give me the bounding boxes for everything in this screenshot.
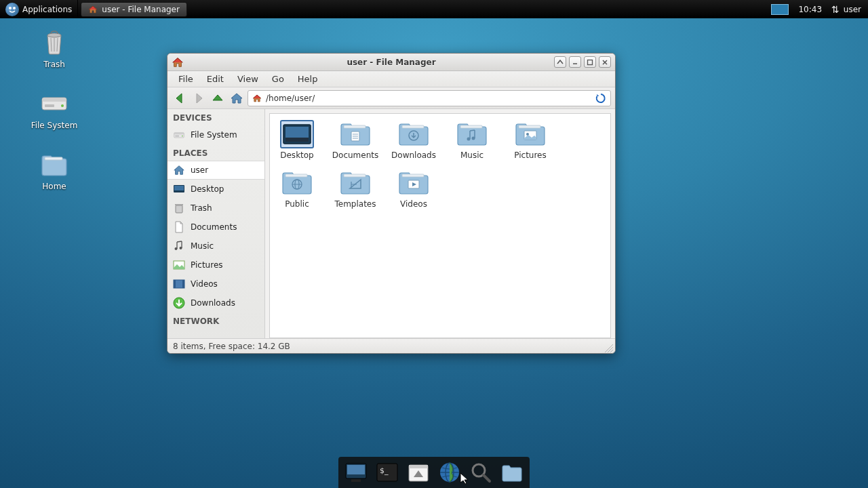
menu-help[interactable]: Help — [291, 72, 325, 86]
user-menu[interactable]: user — [844, 5, 861, 14]
dock-show-desktop[interactable] — [342, 460, 370, 485]
content-pane[interactable]: Desktop Documents Downloads Music Pictur… — [269, 113, 611, 338]
forward-button[interactable] — [191, 90, 207, 106]
dock-folder[interactable] — [498, 460, 526, 485]
folder-icon — [339, 169, 372, 197]
home-button[interactable] — [229, 90, 245, 106]
dock-file-manager[interactable] — [405, 460, 432, 485]
network-icon[interactable]: ⇅ — [831, 4, 840, 15]
desktop-icon-trash[interactable]: Trash — [17, 27, 92, 69]
refresh-icon[interactable] — [595, 93, 606, 104]
arrow-right-icon — [192, 92, 205, 105]
folder-icon — [281, 169, 313, 197]
dock-terminal[interactable] — [374, 460, 401, 485]
desktop-icon-filesystem[interactable]: File System — [17, 88, 92, 130]
globe-icon — [438, 461, 461, 484]
download-icon — [173, 297, 185, 309]
folder-icon — [339, 121, 372, 148]
monitor-icon — [344, 461, 368, 484]
minimize-button[interactable] — [569, 56, 581, 68]
trash-icon — [39, 27, 69, 57]
folder-music[interactable]: Music — [449, 121, 495, 160]
applications-menu[interactable]: Applications — [0, 0, 78, 18]
folder-documents[interactable]: Documents — [332, 121, 378, 160]
desktop-icons: Trash File System Home — [17, 27, 92, 210]
sidebar-header-devices: DEVICES — [167, 109, 264, 125]
menu-file[interactable]: File — [172, 72, 200, 86]
sidebar-item-filesystem[interactable]: File System — [167, 125, 264, 144]
sidebar-item-documents[interactable]: Documents — [167, 218, 264, 237]
document-icon — [173, 221, 185, 233]
music-icon — [173, 240, 185, 252]
folder-icon — [514, 121, 547, 148]
picture-icon — [173, 259, 185, 271]
svg-rect-51 — [588, 60, 593, 64]
search-icon — [469, 461, 492, 484]
folder-icon — [397, 121, 430, 148]
file-manager-icon — [407, 461, 430, 484]
folder-videos[interactable]: Videos — [391, 169, 437, 209]
dock-app-finder[interactable] — [467, 460, 494, 485]
rollup-button[interactable] — [554, 56, 566, 68]
desktop-folder-icon — [281, 121, 313, 148]
window-home-icon — [172, 56, 184, 68]
maximize-button[interactable] — [584, 56, 596, 68]
parent-button[interactable] — [210, 90, 226, 106]
resize-grip-icon[interactable] — [605, 344, 613, 352]
sidebar-item-pictures[interactable]: Pictures — [167, 256, 264, 274]
folder-templates[interactable]: Templates — [332, 169, 378, 209]
folder-icon — [456, 121, 488, 148]
arrow-up-icon — [211, 92, 224, 105]
arrow-left-icon — [173, 92, 186, 105]
desktop-icon — [173, 183, 185, 195]
folder-desktop[interactable]: Desktop — [274, 121, 320, 160]
desktop-icon-home[interactable]: Home — [17, 149, 92, 191]
sidebar-item-desktop[interactable]: Desktop — [167, 180, 264, 199]
sidebar-header-network: NETWORK — [167, 312, 264, 329]
svg-point-49 — [13, 7, 16, 9]
dock-web-browser[interactable] — [436, 460, 463, 485]
terminal-icon — [376, 461, 399, 484]
video-icon — [173, 278, 185, 290]
menu-view[interactable]: View — [231, 72, 265, 86]
xfce-logo-icon — [5, 3, 19, 16]
sidebar-item-user[interactable]: user — [167, 161, 264, 180]
top-panel: Applications user - File Manager 10:43 ⇅… — [0, 0, 868, 18]
menu-go[interactable]: Go — [265, 72, 291, 86]
titlebar[interactable]: user - File Manager — [167, 54, 615, 71]
sidebar: DEVICES File System PLACES user Desktop … — [167, 109, 265, 338]
folder-pictures[interactable]: Pictures — [507, 121, 553, 160]
folder-downloads[interactable]: Downloads — [391, 121, 437, 160]
path-bar[interactable]: /home/user/ — [248, 90, 611, 106]
clock[interactable]: 10:43 — [798, 5, 822, 14]
trash-icon — [173, 202, 185, 214]
sidebar-item-downloads[interactable]: Downloads — [167, 293, 264, 312]
applications-label: Applications — [22, 5, 72, 14]
bottom-dock — [338, 457, 530, 488]
workspace-switcher[interactable] — [771, 4, 789, 15]
sidebar-item-music[interactable]: Music — [167, 237, 264, 256]
toolbar: /home/user/ — [167, 87, 615, 109]
svg-point-48 — [9, 7, 12, 9]
home-icon — [173, 164, 185, 176]
home-icon — [88, 5, 98, 14]
home-blue-icon — [230, 92, 243, 105]
drive-icon — [173, 129, 185, 141]
back-button[interactable] — [172, 90, 188, 106]
drive-icon — [39, 88, 69, 118]
window-title: user - File Manager — [167, 58, 615, 67]
file-manager-window: user - File Manager File Edit View Go He… — [167, 53, 616, 354]
task-title: user - File Manager — [102, 5, 180, 14]
taskbar-item-file-manager[interactable]: user - File Manager — [81, 2, 187, 17]
folder-public[interactable]: Public — [274, 169, 320, 209]
folder-icon — [39, 149, 69, 179]
path-home-icon — [252, 94, 262, 103]
status-text: 8 items, Free space: 14.2 GB — [173, 342, 290, 351]
menu-edit[interactable]: Edit — [200, 72, 231, 86]
sidebar-item-videos[interactable]: Videos — [167, 274, 264, 293]
sidebar-item-trash[interactable]: Trash — [167, 199, 264, 218]
folder-icon — [397, 169, 430, 197]
close-button[interactable] — [599, 56, 611, 68]
statusbar: 8 items, Free space: 14.2 GB — [167, 338, 615, 353]
path-text: /home/user/ — [266, 94, 315, 103]
